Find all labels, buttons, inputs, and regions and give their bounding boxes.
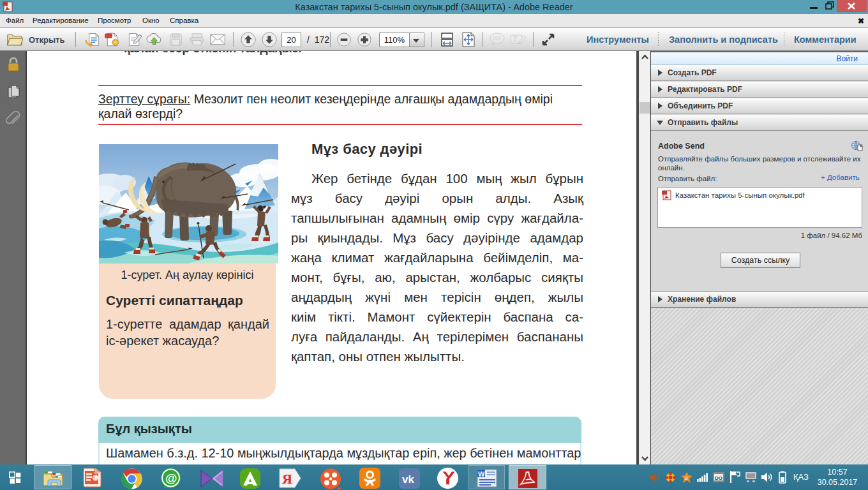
svg-text:@: @ — [165, 471, 177, 485]
svg-text:T: T — [513, 36, 517, 43]
svg-text:DO: DO — [715, 475, 722, 481]
svg-text:W: W — [478, 470, 485, 478]
svg-text:a: a — [685, 475, 688, 481]
svg-text:Я: Я — [282, 471, 292, 487]
svg-text:vk: vk — [402, 473, 414, 486]
